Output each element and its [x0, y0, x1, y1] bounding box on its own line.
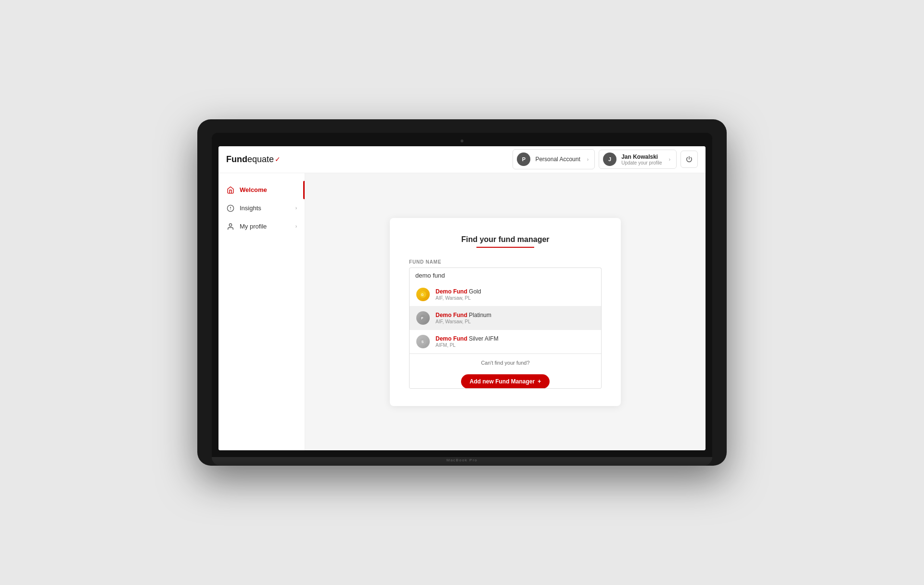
user-info: Jan Kowalski Update your profile	[621, 153, 662, 165]
fund-info-gold: Demo Fund Gold AIF, Warsaw, PL	[436, 288, 481, 301]
fund-name-gold: Demo Fund Gold	[436, 288, 481, 295]
fund-avatar-silver: S	[416, 335, 430, 348]
laptop-base-inner: MacBook Pro	[212, 457, 712, 462]
add-fund-label: Add new Fund Manager	[470, 378, 535, 385]
sidebar-label-insights: Insights	[240, 204, 261, 212]
fund-field-label: FUND NAME	[409, 259, 602, 265]
cant-find-text: Can't find your fund?	[410, 354, 601, 371]
fund-sub-platinum: AIF, Warsaw, PL	[436, 319, 491, 324]
account-avatar: P	[517, 153, 530, 166]
fund-name-input[interactable]	[409, 267, 602, 283]
fund-avatar-platinum: P	[416, 311, 430, 325]
app-container: Fundequate✓ P Personal Account › J Jan K…	[218, 146, 706, 451]
camera-dot	[461, 140, 463, 142]
fund-info-silver: Demo Fund Silver AIFM AIFM, PL	[436, 335, 499, 348]
screen-bezel: Fundequate✓ P Personal Account › J Jan K…	[212, 133, 712, 458]
svg-text:G: G	[421, 292, 424, 296]
dropdown-item-silver[interactable]: S Demo Fund Silver AIFM	[410, 330, 601, 354]
account-badge[interactable]: P Personal Account ›	[513, 149, 595, 169]
home-icon	[226, 186, 235, 194]
dropdown-container: G Demo Fund Gold	[409, 283, 602, 389]
laptop-base: MacBook Pro	[212, 457, 712, 466]
svg-point-4	[229, 224, 231, 226]
dropdown-item-platinum[interactable]: P Demo Fund Platinum	[410, 306, 601, 330]
platinum-fund-icon: P	[419, 314, 427, 322]
sidebar: Welcome Insights ›	[218, 173, 305, 451]
gold-fund-icon: G	[419, 291, 427, 298]
add-fund-wrapper: Add new Fund Manager +	[410, 374, 601, 389]
insights-icon	[226, 204, 235, 213]
power-button[interactable]	[680, 151, 698, 168]
fund-bold-platinum: Demo Fund	[436, 312, 467, 318]
user-name: Jan Kowalski	[621, 153, 662, 160]
fund-rest-platinum: Platinum	[469, 312, 491, 318]
content-area: Find your fund manager FUND NAME	[305, 173, 706, 451]
logo: Fundequate✓	[226, 154, 281, 165]
search-input-wrapper: G Demo Fund Gold	[409, 267, 602, 389]
fund-sub-silver: AIFM, PL	[436, 343, 499, 348]
insights-chevron-icon: ›	[295, 205, 297, 211]
sidebar-label-myprofile: My profile	[240, 223, 267, 230]
main-area: Welcome Insights ›	[218, 173, 706, 451]
user-chevron-icon: ›	[669, 157, 670, 162]
add-fund-plus: +	[538, 378, 541, 385]
card-divider	[476, 247, 534, 248]
svg-text:S: S	[422, 340, 424, 343]
header-right: P Personal Account › J Jan Kowalski Upda…	[513, 149, 698, 169]
user-subtitle: Update your profile	[621, 160, 662, 165]
sidebar-item-welcome[interactable]: Welcome	[218, 181, 305, 199]
account-chevron-icon: ›	[587, 157, 589, 162]
logo-checkmark: ✓	[275, 155, 281, 163]
user-badge[interactable]: J Jan Kowalski Update your profile ›	[599, 150, 677, 169]
logo-equate: equate	[247, 154, 274, 165]
fund-rest-silver: Silver AIFM	[469, 335, 498, 342]
svg-text:P: P	[421, 316, 424, 319]
fund-bold-gold: Demo Fund	[436, 288, 467, 295]
user-avatar: J	[603, 153, 616, 166]
dropdown-item-gold[interactable]: G Demo Fund Gold	[410, 283, 601, 306]
add-fund-button[interactable]: Add new Fund Manager +	[461, 374, 550, 389]
find-fund-card: Find your fund manager FUND NAME	[390, 218, 621, 406]
dropdown-scroll-wrapper: G Demo Fund Gold	[409, 283, 602, 389]
card-title: Find your fund manager	[409, 235, 602, 244]
profile-icon	[226, 222, 235, 231]
fund-bold-silver: Demo Fund	[436, 335, 467, 342]
logo-fund: Fund	[226, 154, 247, 165]
account-name: Personal Account	[535, 156, 580, 163]
power-icon	[686, 156, 693, 163]
sidebar-item-myprofile[interactable]: My profile ›	[218, 217, 305, 236]
header: Fundequate✓ P Personal Account › J Jan K…	[218, 146, 706, 173]
silver-fund-icon: S	[419, 338, 427, 345]
myprofile-chevron-icon: ›	[295, 224, 297, 229]
laptop-screen: Fundequate✓ P Personal Account › J Jan K…	[218, 146, 706, 451]
fund-name-platinum: Demo Fund Platinum	[436, 312, 491, 318]
fund-info-platinum: Demo Fund Platinum AIF, Warsaw, PL	[436, 312, 491, 324]
fund-sub-gold: AIF, Warsaw, PL	[436, 295, 481, 301]
fund-rest-gold: Gold	[469, 288, 481, 295]
fund-avatar-gold: G	[416, 288, 430, 301]
macbook-label: MacBook Pro	[447, 457, 478, 462]
sidebar-item-insights[interactable]: Insights ›	[218, 199, 305, 217]
laptop-frame: Fundequate✓ P Personal Account › J Jan K…	[197, 119, 727, 466]
sidebar-label-welcome: Welcome	[240, 186, 267, 193]
fund-name-silver: Demo Fund Silver AIFM	[436, 335, 499, 342]
